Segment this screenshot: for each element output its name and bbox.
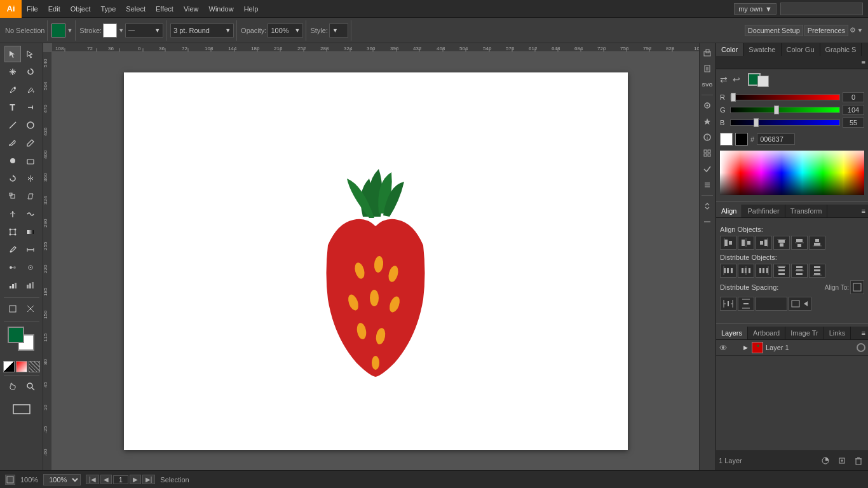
- info-btn[interactable]: i: [700, 130, 714, 144]
- rectangle-frame-tool[interactable]: [9, 401, 34, 417]
- align-right-btn[interactable]: [756, 236, 772, 250]
- menu-effect[interactable]: Effect: [151, 0, 179, 18]
- first-page-btn[interactable]: |◀: [86, 475, 99, 484]
- b-value-input[interactable]: 55: [843, 118, 864, 128]
- doc-setup-button[interactable]: Document Setup: [745, 25, 803, 36]
- artboard-tool[interactable]: [4, 301, 21, 317]
- dist-left-btn[interactable]: [720, 264, 736, 278]
- scale-tool[interactable]: [4, 188, 21, 205]
- resize-btn[interactable]: [700, 215, 714, 229]
- ellipse-tool[interactable]: [22, 117, 39, 133]
- width-tool[interactable]: [4, 206, 21, 222]
- menu-window[interactable]: Window: [204, 0, 239, 18]
- tab-color[interactable]: Color: [716, 43, 743, 56]
- shear-tool[interactable]: [22, 188, 39, 205]
- tab-transform[interactable]: Transform: [785, 205, 828, 217]
- align-panel-toggle[interactable]: [700, 62, 714, 76]
- graph-tool[interactable]: [4, 277, 21, 294]
- zoom-tool[interactable]: [22, 378, 39, 395]
- layer-target-indicator[interactable]: [857, 343, 865, 352]
- tab-pathfinder[interactable]: Pathfinder: [742, 205, 785, 217]
- brush-dropdown[interactable]: 3 pt. Round ▼: [170, 24, 234, 37]
- gradient-tool[interactable]: [22, 224, 39, 240]
- g-value-input[interactable]: 104: [843, 105, 864, 115]
- check-btn[interactable]: [700, 162, 714, 176]
- stroke-weight-dropdown[interactable]: — ▼: [125, 24, 163, 37]
- prefs-button[interactable]: Preferences: [804, 25, 848, 36]
- style-dropdown[interactable]: ▼: [329, 24, 348, 37]
- prev-page-btn[interactable]: ◀: [100, 475, 112, 484]
- active-stroke-swatch[interactable]: [757, 76, 769, 87]
- dist-space-h-btn[interactable]: [720, 297, 736, 311]
- star-icon[interactable]: [700, 114, 714, 128]
- search-input[interactable]: [780, 3, 863, 15]
- reflect-tool[interactable]: [22, 170, 39, 187]
- align-to-selection-btn[interactable]: [789, 297, 811, 311]
- menu-view[interactable]: View: [179, 0, 204, 18]
- type-tool[interactable]: T: [4, 99, 21, 116]
- tab-color-guide[interactable]: Color Gu: [782, 43, 820, 56]
- pencil-tool[interactable]: [22, 135, 39, 151]
- black-swatch[interactable]: [735, 133, 748, 146]
- tab-artboard[interactable]: Artboard: [748, 327, 785, 339]
- align-top-btn[interactable]: [773, 236, 790, 250]
- b-thumb[interactable]: [754, 118, 759, 127]
- layers-collapse-btn[interactable]: ≡: [859, 327, 868, 339]
- blob-brush-tool[interactable]: [4, 152, 21, 169]
- delete-layer-btn[interactable]: [851, 454, 865, 468]
- menu-select[interactable]: Select: [121, 0, 151, 18]
- lasso-tool[interactable]: [22, 64, 39, 80]
- align-collapse-btn[interactable]: ≡: [859, 205, 868, 217]
- warp-tool[interactable]: [22, 206, 39, 222]
- zoom-dropdown[interactable]: 100%50%200%: [43, 474, 81, 485]
- align-center-v-btn[interactable]: [791, 236, 808, 250]
- dist-bottom-btn[interactable]: [809, 264, 825, 278]
- g-thumb[interactable]: [774, 105, 779, 114]
- layer-row-1[interactable]: ▶ Layer 1: [716, 340, 868, 356]
- tab-swatches[interactable]: Swatche: [743, 43, 781, 56]
- color-spectrum[interactable]: [720, 151, 864, 195]
- vertical-type-tool[interactable]: T: [22, 99, 39, 116]
- menu-type[interactable]: Type: [96, 0, 121, 18]
- magic-wand-tool[interactable]: [4, 64, 21, 80]
- settings-btn[interactable]: [700, 98, 714, 112]
- line-tool[interactable]: [4, 117, 21, 133]
- r-slider[interactable]: [730, 93, 840, 102]
- slice-tool[interactable]: [22, 301, 39, 317]
- color-swap-icon[interactable]: ⇄: [720, 74, 728, 85]
- b-slider[interactable]: [730, 118, 840, 127]
- make-mask-btn[interactable]: [818, 454, 832, 468]
- dist-space-v-btn[interactable]: [738, 297, 754, 311]
- svg-panel-toggle[interactable]: SVG: [700, 78, 714, 92]
- spacing-input[interactable]: 0 px: [756, 297, 787, 311]
- tab-graphic-styles[interactable]: Graphic S: [820, 43, 862, 56]
- page-input[interactable]: [113, 475, 128, 484]
- eraser-tool[interactable]: [22, 152, 39, 169]
- hand-tool[interactable]: [4, 378, 21, 395]
- selection-tool[interactable]: [4, 46, 21, 62]
- transform-panel-toggle[interactable]: [700, 46, 714, 60]
- r-thumb[interactable]: [731, 93, 736, 102]
- hex-input[interactable]: 006837: [757, 133, 795, 145]
- paintbrush-tool[interactable]: [4, 135, 21, 151]
- dist-center-h-btn[interactable]: [738, 264, 754, 278]
- menu-file[interactable]: File: [22, 0, 43, 18]
- rotate-tool[interactable]: [4, 170, 21, 187]
- layer-lock-toggle[interactable]: [730, 343, 739, 352]
- tab-layers[interactable]: Layers: [716, 327, 748, 339]
- symbol-tool[interactable]: [22, 259, 39, 276]
- layer-expand-arrow[interactable]: ▶: [742, 344, 749, 351]
- dist-center-v-btn[interactable]: [791, 264, 808, 278]
- align-to-dropdown[interactable]: [850, 280, 864, 294]
- add-anchor-tool[interactable]: +: [22, 81, 39, 98]
- none-swatch[interactable]: [3, 361, 15, 372]
- tab-align[interactable]: Align: [716, 205, 742, 217]
- dist-right-btn[interactable]: [756, 264, 772, 278]
- add-layer-btn[interactable]: [835, 454, 849, 468]
- stroke-swatch[interactable]: [103, 24, 117, 37]
- direct-selection-tool[interactable]: [22, 46, 39, 62]
- dist-top-btn[interactable]: [773, 264, 790, 278]
- column-graph-2[interactable]: [22, 277, 39, 294]
- panel-collapse-btn[interactable]: ≡: [859, 56, 868, 69]
- g-slider[interactable]: [730, 105, 840, 114]
